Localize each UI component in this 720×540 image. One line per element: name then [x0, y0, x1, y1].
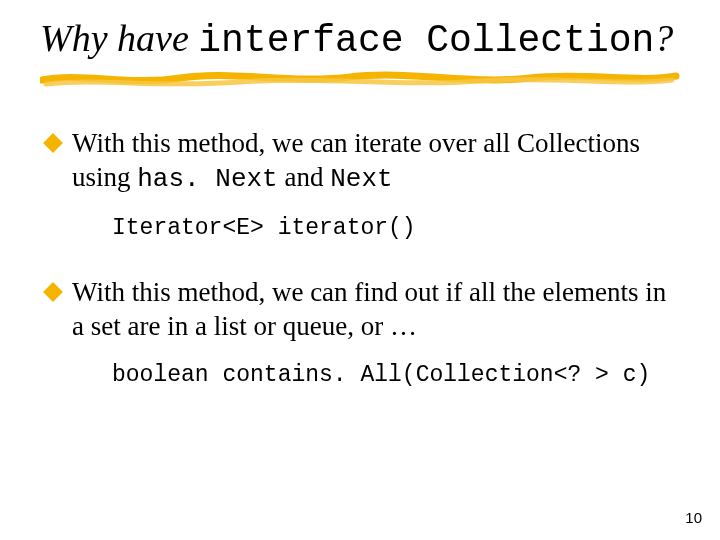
title-code: interface Collection: [198, 19, 654, 62]
list-item: With this method, we can find out if all…: [46, 275, 680, 344]
slide-title: Why have interface Collection?: [40, 18, 680, 62]
bullet-text: With this method, we can iterate over al…: [72, 126, 680, 197]
bullet-diamond-icon: [43, 133, 63, 153]
title-suffix: ?: [654, 17, 673, 59]
bullet-diamond-icon: [43, 282, 63, 302]
code-block: boolean contains. All(Collection<? > c): [112, 362, 680, 388]
list-item: With this method, we can iterate over al…: [46, 126, 680, 197]
bullet-code: Next: [330, 164, 392, 194]
bullet-code: has. Next: [137, 164, 277, 194]
slide-container: Why have interface Collection? With this…: [0, 0, 720, 540]
title-prefix: Why have: [40, 17, 198, 59]
bullet-list: With this method, we can iterate over al…: [40, 126, 680, 388]
bullet-text-mid: and: [278, 162, 330, 192]
page-number: 10: [685, 509, 702, 526]
bullet-text: With this method, we can find out if all…: [72, 275, 680, 344]
code-block: Iterator<E> iterator(): [112, 215, 680, 241]
title-underline-icon: [40, 68, 680, 88]
